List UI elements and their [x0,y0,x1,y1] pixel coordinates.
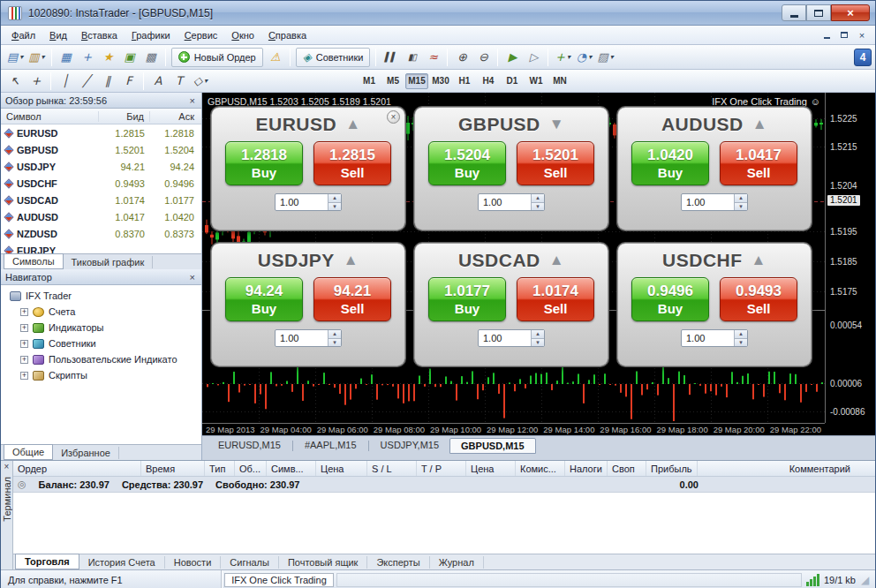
advisors-button[interactable]: ◈ Советники [296,48,371,67]
minimize-button[interactable] [782,4,806,21]
menu-file[interactable]: Файл [4,28,42,42]
expand-icon[interactable]: + [20,372,28,380]
buy-button[interactable]: 0.9496Buy [631,277,709,321]
market-watch-row[interactable]: AUDUSD1.04171.0420 [1,208,201,225]
tab-account-history[interactable]: История Счета [79,556,165,569]
expand-icon[interactable]: + [20,356,28,364]
periods-button[interactable]: ◔▾ [573,48,594,67]
expand-icon[interactable]: + [20,308,28,316]
tab-journal[interactable]: Журнал [430,556,484,569]
spin-up-icon[interactable]: ▴ [532,194,544,202]
volume-input[interactable] [479,330,531,346]
volume-input[interactable] [479,194,531,210]
market-watch-close-icon[interactable]: × [188,95,197,106]
volume-stepper[interactable]: ▴▾ [275,193,342,211]
volume-stepper[interactable]: ▴▾ [478,329,545,347]
market-watch-row[interactable]: USDJPY94.2194.24 [1,158,201,175]
profiles-button[interactable]: ▥▾ [26,48,47,67]
market-watch-row[interactable]: USDCHF0.94930.9496 [1,175,201,192]
volume-input[interactable] [276,194,328,210]
close-button[interactable]: × [831,4,870,21]
market-watch-row[interactable]: USDCAD1.01741.0177 [1,192,201,208]
tree-item-scripts[interactable]: +Скрипты [1,367,201,383]
timeframe-d1[interactable]: D1 [501,73,524,89]
new-chart-button[interactable]: ▤▾ [4,48,26,67]
market-watch-row[interactable]: NZDUSD0.83700.8373 [1,225,201,242]
tab-favorites[interactable]: Избранное [53,447,119,459]
spin-down-icon[interactable]: ▾ [328,338,341,347]
market-watch-row[interactable]: EURJPY [1,242,201,253]
timeframe-m5[interactable]: M5 [381,73,404,89]
timeframe-m15[interactable]: M15 [405,73,428,89]
volume-input[interactable] [276,330,328,346]
tab-news[interactable]: Новости [165,556,222,569]
expand-icon[interactable]: + [20,324,28,332]
spin-down-icon[interactable]: ▾ [735,338,747,347]
bar-chart-button[interactable]: ▍▍ [380,48,401,67]
trendline-button[interactable]: ╱ [76,72,97,91]
tab-experts[interactable]: Эксперты [367,556,429,569]
spin-up-icon[interactable]: ▴ [532,330,544,338]
tab-mailbox[interactable]: Почтовый ящик [279,556,367,569]
fibonacci-button[interactable]: F [118,72,140,91]
new-order-button[interactable]: Новый Ордер [171,48,263,67]
buy-button[interactable]: 1.2818Buy [225,141,303,185]
auto-scroll-button[interactable]: ▶ [502,48,523,67]
market-watch-button[interactable]: ▦ [56,48,77,67]
maximize-button[interactable] [806,4,831,21]
alert-button[interactable]: ⚠ [265,48,286,67]
chart-tab-gbpusd[interactable]: GBPUSD,M15 [449,438,536,454]
spin-down-icon[interactable]: ▾ [328,202,341,211]
timeframe-m1[interactable]: M1 [358,73,381,89]
chart-window[interactable]: GBPUSD,M15 1.5203 1.5205 1.5189 1.5201 I… [202,93,875,435]
data-window-button[interactable]: + [77,48,98,67]
menu-window[interactable]: Окно [224,28,261,42]
menu-view[interactable]: Вид [42,28,74,42]
tab-trade[interactable]: Торговля [15,554,79,569]
text-button[interactable]: A [147,72,169,91]
buy-button[interactable]: 1.0420Buy [631,141,709,185]
spin-up-icon[interactable]: ▴ [328,330,341,338]
chart-tab-eurusd[interactable]: EURUSD,M15 [208,438,291,452]
spin-up-icon[interactable]: ▴ [735,194,747,202]
sell-button[interactable]: 1.5201Sell [517,141,594,185]
mdi-minimize-button[interactable] [819,28,834,41]
mdi-close-button[interactable]: × [854,28,870,41]
channel-button[interactable]: ∥ [97,72,118,91]
strategy-tester-button[interactable]: ▩ [140,48,162,67]
tree-item-indicators[interactable]: +Индикаторы [1,320,201,335]
panel-close-icon[interactable]: × [387,110,400,124]
shapes-button[interactable]: ◇▾ [190,72,211,91]
chart-tab-usdjpy[interactable]: USDJPY,M15 [370,438,449,452]
line-chart-button[interactable]: ≈ [422,48,443,67]
volume-stepper[interactable]: ▴▾ [275,329,342,347]
navigator-button[interactable]: ★ [98,48,119,67]
zoom-out-button[interactable]: ⊖ [472,48,494,67]
price-scale[interactable]: 1.5225 1.5215 1.5204 1.5201 1.5195 1.518… [825,93,875,423]
market-watch-row[interactable]: GBPUSD1.52011.5204 [1,141,201,158]
tab-symbols[interactable]: Символы [4,253,64,269]
templates-button[interactable]: ▨▾ [594,48,615,67]
zoom-in-button[interactable]: ⊕ [451,48,472,67]
timeframe-h1[interactable]: H1 [453,73,476,89]
timeframe-h4[interactable]: H4 [477,73,500,89]
crosshair-button[interactable]: + [26,72,47,91]
volume-input[interactable] [682,194,734,210]
text-label-button[interactable]: T [169,72,190,91]
sell-button[interactable]: 94.21Sell [313,277,391,321]
market-watch-row[interactable]: EURUSD1.28151.2818 [1,124,201,141]
spin-down-icon[interactable]: ▾ [532,202,544,211]
buy-button[interactable]: 1.0177Buy [428,277,506,321]
resize-grip[interactable]: ◢ [861,574,875,586]
spin-up-icon[interactable]: ▴ [735,330,747,338]
chart-shift-button[interactable]: ▷ [523,48,544,67]
time-axis[interactable]: 29 Мар 2013 29 Мар 04:00 29 Мар 06:00 29… [202,423,825,435]
buy-button[interactable]: 1.5204Buy [428,141,506,185]
notification-badge[interactable]: 4 [854,49,872,66]
tree-item-root[interactable]: IFX Trader [1,288,201,304]
menu-service[interactable]: Сервис [177,28,225,42]
spin-up-icon[interactable]: ▴ [328,194,341,202]
timeframe-w1[interactable]: W1 [525,73,548,89]
tree-item-advisors[interactable]: +Советники [1,335,201,351]
cursor-button[interactable]: ↖ [4,72,26,91]
